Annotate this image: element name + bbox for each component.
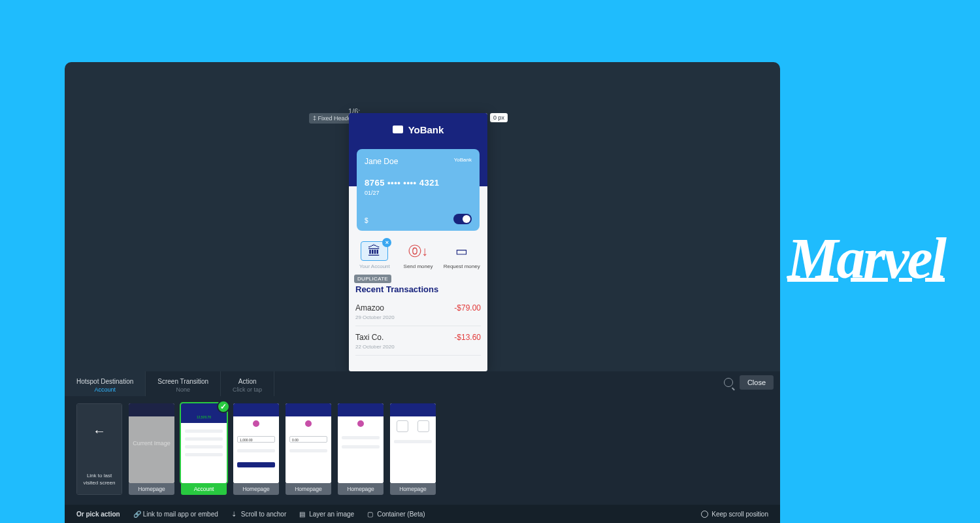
- thumbnail-item[interactable]: Homepage: [390, 403, 436, 495]
- send-icon: ⓪↓: [404, 241, 432, 261]
- transaction-date: 22 October 2020: [355, 344, 481, 350]
- thumbnail-caption: Homepage: [129, 483, 174, 495]
- thumbnail-item[interactable]: 0.00 Homepage: [286, 403, 331, 495]
- current-image-overlay: Current Image: [129, 403, 174, 483]
- credit-card: Jane Doe YoBank 8765 •••• •••• 4321 01/2…: [357, 149, 480, 231]
- tab-title: Action: [233, 378, 262, 385]
- transaction-row: Taxi Co. 22 October 2020 -$13.60: [355, 328, 481, 356]
- thumbnail-list: ← Link to last visited screen Current Im…: [76, 403, 768, 495]
- hotspot-panel: Hotspot Destination Account Screen Trans…: [65, 371, 780, 523]
- thumbnail-caption: Homepage: [338, 483, 384, 495]
- offset-bubble[interactable]: 0 px: [490, 113, 508, 122]
- action-label: Send money: [398, 263, 439, 269]
- close-button[interactable]: Close: [740, 375, 774, 390]
- link-to-last-screen[interactable]: ← Link to last visited screen: [76, 403, 122, 495]
- phone-mockup: YoBank Jane Doe YoBank 8765 •••• •••• 43…: [349, 113, 487, 371]
- tab-title: Screen Transition: [157, 378, 208, 385]
- thumbnail-item[interactable]: Current Image Homepage: [129, 403, 174, 495]
- link-icon: 🔗: [133, 511, 140, 517]
- selected-check-icon: ✓: [217, 400, 230, 413]
- thumbnail-caption: Homepage: [286, 483, 331, 495]
- tab-title: Hotspot Destination: [76, 378, 133, 385]
- card-brand: YoBank: [454, 157, 472, 163]
- app-name: YoBank: [408, 124, 444, 135]
- hotspot-remove-icon[interactable]: ×: [382, 238, 391, 247]
- container-icon: ▢: [367, 511, 374, 517]
- footer-container[interactable]: ▢ Container (Beta): [367, 511, 425, 518]
- anchor-icon: ⇣: [231, 511, 238, 517]
- thumbnail-caption: Account: [181, 483, 227, 495]
- card-icon: [393, 126, 403, 133]
- tab-value: None: [157, 386, 208, 393]
- action-label: Your Account: [354, 263, 395, 269]
- canvas-area: 1/6: ‡ Fixed Header 0 px YoBank Jane Doe…: [65, 62, 780, 371]
- transaction-amount: -$79.00: [454, 303, 481, 312]
- tab-screen-transition[interactable]: Screen Transition None: [146, 371, 221, 396]
- marvel-logo: Marvel: [787, 226, 945, 292]
- footer-scroll-anchor[interactable]: ⇣ Scroll to anchor: [231, 511, 286, 518]
- card-toggle[interactable]: [453, 214, 472, 224]
- transaction-amount: -$13.60: [454, 333, 481, 342]
- tab-value: Click or tap: [233, 386, 262, 393]
- action-your-account[interactable]: 🏛 × Your Account: [354, 241, 395, 269]
- app-header: YoBank: [349, 113, 487, 146]
- link-back-label: Link to last visited screen: [77, 473, 122, 486]
- thumbnail-caption: Homepage: [390, 483, 436, 495]
- footer-bar: Or pick action 🔗 Link to mail app or emb…: [65, 505, 780, 523]
- thumbnail-item[interactable]: 1,000.00 Homepage: [233, 403, 279, 495]
- action-request-money[interactable]: ▭ Request money: [441, 241, 482, 269]
- card-expiry: 01/27: [365, 190, 472, 196]
- action-send-money[interactable]: ⓪↓ Send money: [398, 241, 439, 269]
- action-row: 🏛 × Your Account ⓪↓ Send money ▭ Request…: [349, 237, 487, 271]
- card-currency: $: [365, 217, 368, 224]
- keep-scroll-toggle[interactable]: Keep scroll position: [701, 511, 768, 518]
- hotspot-tabs: Hotspot Destination Account Screen Trans…: [65, 371, 780, 396]
- recent-transactions-title: Recent Transactions: [355, 284, 438, 294]
- tab-hotspot-destination[interactable]: Hotspot Destination Account: [65, 371, 146, 396]
- transaction-date: 29 October 2020: [355, 314, 481, 320]
- layers-icon: ▤: [299, 511, 306, 517]
- thumbnail-item[interactable]: 12,520.70 ✓ Account: [181, 403, 227, 495]
- footer-lead: Or pick action: [76, 511, 120, 518]
- tab-action[interactable]: Action Click or tap: [221, 371, 274, 396]
- thumbnail-item[interactable]: Homepage: [338, 403, 384, 495]
- duplicate-badge[interactable]: DUPLICATE: [354, 275, 391, 283]
- bank-icon: 🏛 ×: [361, 241, 388, 261]
- arrow-left-icon: ←: [77, 424, 122, 439]
- action-label: Request money: [441, 263, 482, 269]
- editor-window: 1/6: ‡ Fixed Header 0 px YoBank Jane Doe…: [65, 62, 780, 523]
- tab-value: Account: [76, 386, 133, 393]
- thumbnail-caption: Homepage: [233, 483, 279, 495]
- footer-link-mail[interactable]: 🔗 Link to mail app or embed: [133, 511, 218, 518]
- radio-icon: [701, 511, 708, 518]
- search-icon[interactable]: [724, 378, 733, 387]
- footer-layer-image[interactable]: ▤ Layer an image: [299, 511, 354, 518]
- request-icon: ▭: [448, 241, 476, 261]
- transaction-row: Amazoo 29 October 2020 -$79.00: [355, 298, 481, 326]
- card-number: 8765 •••• •••• 4321: [365, 178, 472, 188]
